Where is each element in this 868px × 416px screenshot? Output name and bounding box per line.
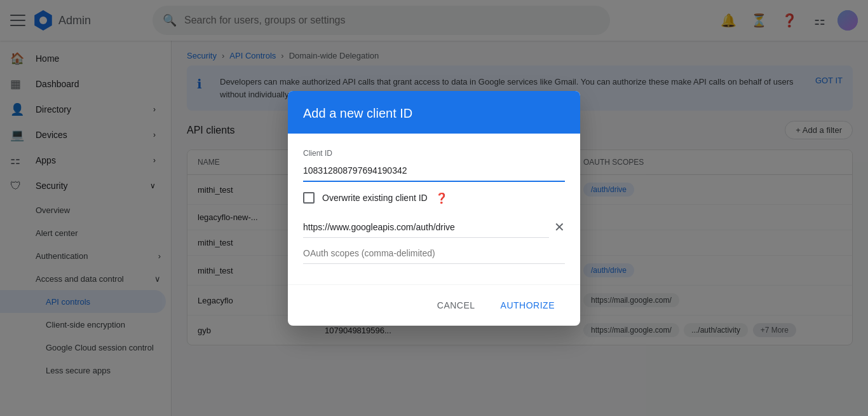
oauth-scope-input-2[interactable] xyxy=(303,243,565,264)
client-id-label: Client ID xyxy=(303,149,565,158)
modal-title: Add a new client ID xyxy=(303,106,412,120)
modal-header: Add a new client ID xyxy=(288,91,580,134)
oauth-scope-row-1: ✕ xyxy=(303,217,565,238)
overwrite-checkbox[interactable] xyxy=(303,192,315,204)
clear-scope-icon[interactable]: ✕ xyxy=(554,219,565,235)
modal-overlay: Add a new client ID Client ID Overwrite … xyxy=(0,0,868,416)
client-id-field-wrap: Client ID xyxy=(303,149,565,182)
modal-body: Client ID Overwrite existing client ID ❓… xyxy=(288,134,580,284)
overwrite-checkbox-row: Overwrite existing client ID ❓ xyxy=(303,192,565,204)
oauth-scope-input-1[interactable] xyxy=(303,217,549,238)
overwrite-label: Overwrite existing client ID xyxy=(322,193,428,203)
oauth-scope-row-2 xyxy=(303,243,565,264)
help-tooltip-icon[interactable]: ❓ xyxy=(435,192,448,204)
cancel-button[interactable]: CANCEL xyxy=(427,295,485,315)
add-client-id-modal: Add a new client ID Client ID Overwrite … xyxy=(288,91,580,326)
client-id-input[interactable] xyxy=(303,160,565,182)
modal-footer: CANCEL AUTHORIZE xyxy=(288,284,580,326)
authorize-button[interactable]: AUTHORIZE xyxy=(491,295,565,315)
